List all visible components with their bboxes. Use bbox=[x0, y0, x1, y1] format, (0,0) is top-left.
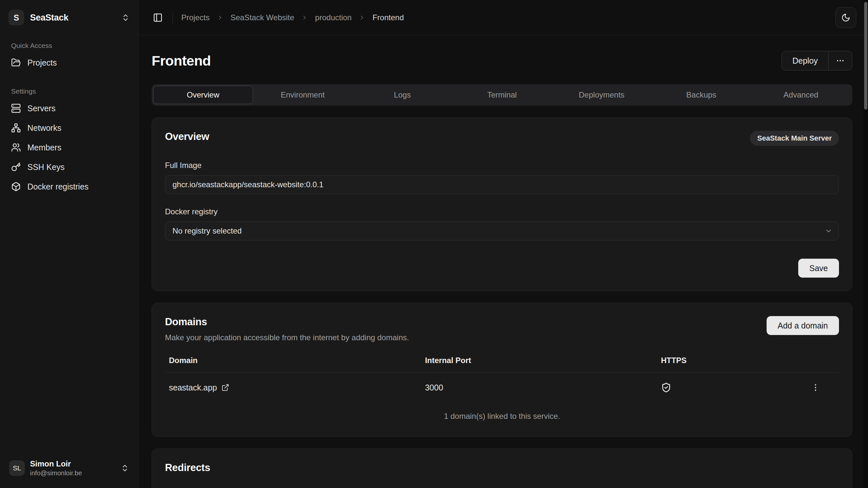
save-button[interactable]: Save bbox=[798, 259, 839, 278]
sidebar-item-ssh-keys[interactable]: SSH Keys bbox=[8, 157, 130, 177]
server-icon bbox=[11, 103, 21, 113]
theme-toggle-button[interactable] bbox=[835, 7, 856, 28]
full-image-input[interactable] bbox=[165, 175, 839, 194]
redirects-heading: Redirects bbox=[165, 462, 839, 474]
sidebar-item-label: Networks bbox=[27, 123, 61, 133]
shield-check-icon bbox=[661, 382, 788, 393]
row-actions-button[interactable] bbox=[796, 383, 835, 392]
sidebar-item-label: Servers bbox=[27, 104, 56, 113]
page-content: Frontend Deploy Overview Environment Log… bbox=[138, 35, 868, 488]
tab-logs[interactable]: Logs bbox=[352, 86, 452, 104]
sidebar-item-label: Projects bbox=[27, 58, 57, 67]
main-area: Projects SeaStack Website production Fro… bbox=[138, 0, 868, 488]
chevron-right-icon bbox=[359, 14, 365, 21]
panel-left-icon bbox=[153, 13, 163, 23]
domains-subtitle: Make your application accessible from th… bbox=[165, 333, 409, 342]
full-image-label: Full Image bbox=[165, 161, 839, 170]
ellipsis-vertical-icon bbox=[811, 383, 820, 392]
tab-overview[interactable]: Overview bbox=[153, 86, 253, 104]
tab-environment[interactable]: Environment bbox=[253, 86, 353, 104]
topbar: Projects SeaStack Website production Fro… bbox=[138, 0, 868, 35]
chevrons-up-down-icon bbox=[121, 464, 129, 472]
sidebar-item-docker-registries[interactable]: Docker registries bbox=[8, 177, 130, 196]
sidebar-section-settings: Settings bbox=[8, 87, 130, 95]
server-badge: SeaStack Main Server bbox=[750, 131, 839, 146]
tab-terminal[interactable]: Terminal bbox=[452, 86, 552, 104]
sidebar-item-networks[interactable]: Networks bbox=[8, 118, 130, 138]
user-email: info@simonloir.be bbox=[30, 469, 82, 477]
sidebar-item-label: SSH Keys bbox=[27, 162, 65, 172]
chevron-right-icon bbox=[217, 14, 223, 21]
domains-heading: Domains bbox=[165, 316, 409, 328]
users-icon bbox=[11, 143, 21, 152]
overview-heading: Overview bbox=[165, 131, 209, 143]
moon-icon bbox=[841, 13, 850, 22]
sidebar-item-label: Docker registries bbox=[27, 182, 89, 191]
more-actions-button[interactable] bbox=[829, 51, 852, 70]
network-icon bbox=[11, 123, 21, 133]
domain-name: seastack.app bbox=[169, 383, 217, 392]
domains-count-note: 1 domain(s) linked to this service. bbox=[165, 412, 839, 423]
domains-table: Domain Internal Port HTTPS seastack.app bbox=[165, 351, 839, 402]
folder-open-icon bbox=[11, 58, 21, 67]
service-tabs: Overview Environment Logs Terminal Deplo… bbox=[152, 84, 852, 106]
page-title: Frontend bbox=[152, 53, 211, 69]
column-header-https: HTTPS bbox=[657, 351, 792, 372]
tab-deployments[interactable]: Deployments bbox=[552, 86, 651, 104]
deploy-button-group: Deploy bbox=[782, 51, 852, 70]
tab-advanced[interactable]: Advanced bbox=[751, 86, 851, 104]
sidebar-section-quick-access: Quick Access bbox=[8, 42, 130, 50]
box-icon bbox=[11, 182, 21, 191]
tab-backups[interactable]: Backups bbox=[651, 86, 751, 104]
sidebar-item-members[interactable]: Members bbox=[8, 138, 130, 157]
sidebar-item-label: Members bbox=[27, 143, 61, 152]
redirects-card: Redirects bbox=[152, 449, 852, 488]
sidebar: S SeaStack Quick Access Projects Setting… bbox=[0, 0, 138, 488]
docker-registry-selected-value: No registry selected bbox=[173, 226, 242, 236]
scrollbar-track[interactable] bbox=[863, 0, 868, 488]
column-header-internal-port: Internal Port bbox=[421, 351, 657, 372]
workspace-logo: S bbox=[8, 10, 24, 25]
sidebar-item-servers[interactable]: Servers bbox=[8, 98, 130, 118]
domain-link[interactable]: seastack.app bbox=[169, 383, 417, 392]
breadcrumb-item-project[interactable]: SeaStack Website bbox=[230, 13, 294, 22]
table-row: seastack.app 3000 bbox=[165, 372, 839, 402]
docker-registry-select[interactable]: No registry selected bbox=[165, 221, 839, 240]
overview-card: Overview SeaStack Main Server Full Image… bbox=[152, 117, 852, 291]
workspace-name: SeaStack bbox=[30, 13, 68, 23]
add-domain-button[interactable]: Add a domain bbox=[767, 316, 839, 335]
ellipsis-icon bbox=[836, 56, 845, 65]
user-name: Simon Loir bbox=[30, 459, 82, 468]
internal-port-value: 3000 bbox=[421, 373, 657, 402]
topbar-divider bbox=[173, 12, 173, 23]
user-menu[interactable]: SL Simon Loir info@simonloir.be bbox=[8, 457, 130, 479]
scrollbar-thumb[interactable] bbox=[864, 2, 867, 110]
sidebar-item-projects[interactable]: Projects bbox=[8, 53, 130, 72]
external-link-icon bbox=[221, 384, 229, 391]
sidebar-toggle-button[interactable] bbox=[150, 10, 165, 25]
breadcrumb-item-environment[interactable]: production bbox=[315, 13, 351, 22]
user-avatar: SL bbox=[9, 460, 25, 476]
chevrons-up-down-icon bbox=[121, 13, 130, 22]
deploy-button[interactable]: Deploy bbox=[782, 51, 828, 70]
chevron-down-icon bbox=[825, 227, 833, 235]
domains-card: Domains Make your application accessible… bbox=[152, 303, 852, 437]
breadcrumb: Projects SeaStack Website production Fro… bbox=[181, 13, 404, 22]
key-icon bbox=[11, 162, 21, 172]
breadcrumb-item-projects[interactable]: Projects bbox=[181, 13, 210, 22]
column-header-domain: Domain bbox=[165, 351, 421, 372]
workspace-switcher[interactable]: S SeaStack bbox=[8, 8, 130, 27]
domains-table-header: Domain Internal Port HTTPS bbox=[165, 351, 839, 372]
docker-registry-label: Docker registry bbox=[165, 207, 839, 216]
breadcrumb-item-current: Frontend bbox=[372, 13, 404, 22]
chevron-right-icon bbox=[301, 14, 308, 21]
